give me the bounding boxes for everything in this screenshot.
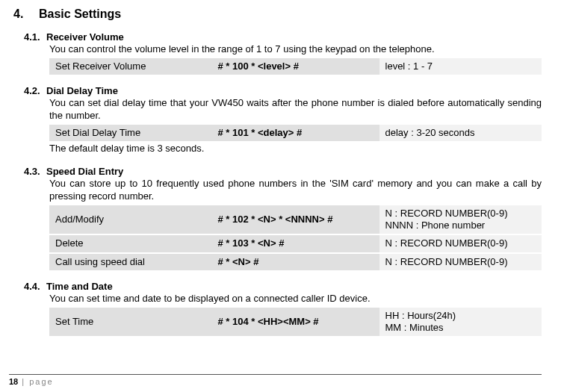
table-row: Set Receiver Volume # * 100 * <level> # …: [49, 58, 542, 75]
cmd-label: Call using speed dial: [49, 253, 211, 270]
section-dial-delay: 4.2.Dial Delay Time You can set dial del…: [9, 85, 542, 155]
table-row: Call using speed dial # * <N> # N : RECO…: [49, 253, 542, 270]
page-footer: 18 | page: [9, 374, 542, 386]
cmd-range: N : RECORD NUMBER(0-9): [379, 253, 542, 270]
section-title: 4.4.Time and Date: [24, 281, 542, 292]
table-row: Set Dial Delay Time # * 101 * <delay> # …: [49, 125, 542, 141]
cmd-code: # * 100 * <level> #: [211, 58, 379, 75]
cmd-label: Set Time: [49, 308, 211, 337]
cmd-range: N : RECORD NUMBER(0-9)NNNN : Phone numbe…: [379, 205, 542, 235]
cmd-code: # * 102 * <N> * <NNNN> #: [211, 205, 379, 235]
section-name: Speed Dial Entry: [46, 166, 123, 177]
section-description: You can store up to 10 frequently used p…: [49, 178, 542, 203]
cmd-code: # * 104 * <HH><MM> #: [211, 308, 379, 337]
command-table: Set Time # * 104 * <HH><MM> # HH : Hours…: [49, 308, 542, 337]
command-table: Add/Modify # * 102 * <N> * <NNNN> # N : …: [49, 205, 542, 270]
section-number: 4.2.: [24, 85, 46, 96]
main-heading: 4.Basic Settings: [9, 7, 542, 21]
cmd-label: Set Receiver Volume: [49, 58, 211, 75]
section-number: 4.3.: [24, 166, 46, 177]
cmd-code: # * 101 * <delay> #: [211, 125, 379, 141]
section-name: Time and Date: [46, 281, 113, 292]
page-number: 18: [9, 377, 18, 386]
command-table: Set Receiver Volume # * 100 * <level> # …: [49, 58, 542, 75]
section-number: 4.1.: [24, 31, 46, 43]
section-time-date: 4.4.Time and Date You can set time and d…: [9, 281, 542, 336]
section-description: You can control the volume level in the …: [49, 43, 542, 56]
section-title: 4.1.Receiver Volume: [24, 31, 542, 43]
table-row: Delete # * 103 * <N> # N : RECORD NUMBER…: [49, 234, 542, 252]
section-name: Dial Delay Time: [46, 85, 118, 96]
cmd-label: Add/Modify: [49, 205, 211, 235]
section-receiver-volume: 4.1.Receiver Volume You can control the …: [9, 31, 542, 75]
section-description: You can set time and date to be displaye…: [49, 293, 542, 305]
section-title: 4.3.Speed Dial Entry: [24, 166, 542, 177]
heading-number: 4.: [13, 7, 39, 21]
command-table: Set Dial Delay Time # * 101 * <delay> # …: [49, 125, 542, 141]
table-row: Set Time # * 104 * <HH><MM> # HH : Hours…: [49, 308, 542, 337]
cmd-code: # * 103 * <N> #: [211, 234, 379, 252]
cmd-range: level : 1 - 7: [379, 58, 542, 75]
section-speed-dial: 4.3.Speed Dial Entry You can store up to…: [9, 166, 542, 270]
footer-sep: |: [18, 377, 29, 386]
cmd-range: HH : Hours(24h)MM : Minutes: [379, 308, 542, 337]
section-number: 4.4.: [24, 281, 46, 292]
footer-label: page: [29, 377, 53, 386]
cmd-code: # * <N> #: [211, 253, 379, 270]
section-description: You can set dial delay time that your VW…: [49, 97, 542, 122]
table-row: Add/Modify # * 102 * <N> * <NNNN> # N : …: [49, 205, 542, 235]
section-title: 4.2.Dial Delay Time: [24, 85, 542, 96]
footer-divider: [9, 374, 542, 375]
cmd-label: Delete: [49, 234, 211, 252]
cmd-range: delay : 3-20 seconds: [379, 125, 542, 141]
footer-text: 18 | page: [9, 377, 542, 386]
cmd-range: N : RECORD NUMBER(0-9): [379, 234, 542, 252]
cmd-label: Set Dial Delay Time: [49, 125, 211, 141]
section-name: Receiver Volume: [46, 31, 124, 43]
section-note: The default delay time is 3 seconds.: [49, 143, 542, 155]
heading-title: Basic Settings: [39, 7, 121, 20]
